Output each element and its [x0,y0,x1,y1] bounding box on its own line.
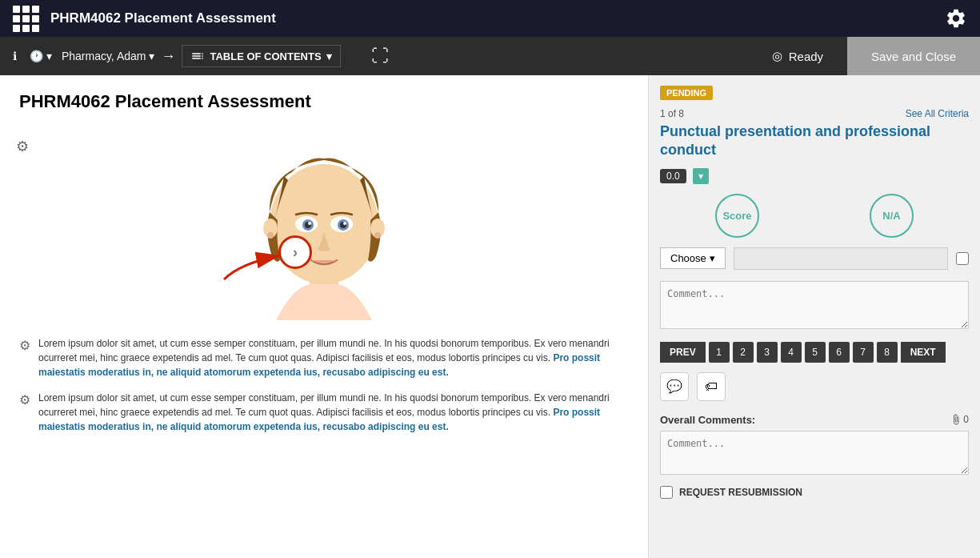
comment-icon-button[interactable]: 💬 [660,372,689,401]
ready-label: Ready [789,50,823,63]
resubmission-checkbox[interactable] [660,486,673,499]
user-selector[interactable]: Pharmacy, Adam ▾ [62,50,155,62]
top-bar: PHRM4062 Placement Assessment [0,0,980,37]
page-num-5[interactable]: 5 [805,342,826,363]
main-content: PHRM4062 Placement Assessment ⚙ [0,75,980,558]
lorem-text-2: Lorem ipsum dolor sit amet, ut cum esse … [38,391,629,434]
settings-icon[interactable] [945,7,967,30]
content-gear-icon[interactable]: ⚙ [16,138,29,155]
svg-point-13 [343,222,346,225]
prev-button[interactable]: PREV [660,342,706,363]
app-title: PHRM4062 Placement Assessment [50,10,945,26]
avatar [244,128,404,320]
lorem-section: ⚙ Lorem ipsum dolor sit amet, ut cum ess… [19,336,629,434]
choose-checkbox[interactable] [956,252,969,265]
avatar-container [19,128,629,320]
svg-point-4 [267,232,274,239]
pagination-row: PREV 1 2 3 4 5 6 7 8 NEXT [660,342,969,363]
expand-icon[interactable]: ⛶ [371,46,389,66]
bookmark-icon-button[interactable]: 🏷 [697,372,726,401]
app-grid-icon[interactable] [13,6,39,32]
score-row: 0.0 ▾ [660,168,969,184]
resubmission-label: REQUEST RESUBMISSION [679,487,802,498]
na-circle: N/A [870,194,914,238]
score-value: 0.0 [660,169,686,183]
resubmission-row: REQUEST RESUBMISSION [660,486,969,499]
lorem-text-1: Lorem ipsum dolor sit amet, ut cum esse … [38,336,629,379]
action-icons-row: 💬 🏷 [660,372,969,401]
page-num-8[interactable]: 8 [877,342,898,363]
criteria-title: Punctual presentation and professional c… [660,122,969,160]
choose-row: Choose ▾ [660,247,969,270]
toc-icon [190,49,205,63]
page-num-3[interactable]: 3 [757,342,778,363]
see-all-criteria-link[interactable]: See All Criteria [906,108,969,119]
score-dropdown-button[interactable]: ▾ [693,168,709,184]
choose-button[interactable]: Choose ▾ [660,247,726,269]
score-circles: Score N/A [660,194,969,238]
save-close-button[interactable]: Save and Close [847,37,980,75]
toc-button[interactable]: TABLE OF CONTENTS ▾ [182,45,340,67]
page-num-6[interactable]: 6 [829,342,850,363]
overall-comments-header: Overall Comments: 0 [660,414,969,426]
lorem-row-2: ⚙ Lorem ipsum dolor sit amet, ut cum ess… [19,391,629,434]
page-title: PHRM4062 Placement Assessment [19,91,629,112]
lorem-gear-icon-2[interactable]: ⚙ [19,392,30,434]
toc-label: TABLE OF CONTENTS [210,50,321,62]
attachment-number: 0 [963,414,969,425]
score-circle: Score [715,194,759,238]
page-num-1[interactable]: 1 [709,342,730,363]
attachment-count: 0 [950,414,969,425]
right-panel: PENDING 1 of 8 See All Criteria Punctual… [648,75,980,558]
nav-forward-icon: → [161,48,175,65]
choose-label: Choose [670,252,706,264]
left-panel: PHRM4062 Placement Assessment ⚙ [0,75,648,558]
overall-comments-label: Overall Comments: [660,414,755,426]
choose-input[interactable] [734,247,948,270]
nav-bar: ℹ 🕐 ▾ Pharmacy, Adam ▾ → TABLE OF CONTEN… [0,37,980,75]
page-num-2[interactable]: 2 [733,342,754,363]
attachment-icon [950,414,962,425]
criteria-count: 1 of 8 [660,108,684,119]
svg-point-12 [308,222,311,225]
lorem-gear-icon-1[interactable]: ⚙ [19,338,30,379]
comment-textarea[interactable] [660,281,969,329]
clock-button[interactable]: 🕐 ▾ [26,46,55,66]
ready-icon: ◎ [772,49,782,63]
lorem-row-1: ⚙ Lorem ipsum dolor sit amet, ut cum ess… [19,336,629,379]
next-button[interactable]: NEXT [901,342,946,363]
user-name: Pharmacy, Adam [62,50,146,62]
criteria-header: 1 of 8 See All Criteria [660,108,969,119]
pending-badge: PENDING [660,86,713,100]
overall-comment-textarea[interactable] [660,431,969,475]
page-num-7[interactable]: 7 [853,342,874,363]
page-num-4[interactable]: 4 [781,342,802,363]
svg-point-5 [374,232,381,239]
info-button[interactable]: ℹ [10,46,20,66]
ready-indicator: ◎ Ready [748,49,847,63]
nav-left: ℹ 🕐 ▾ Pharmacy, Adam ▾ → TABLE OF CONTEN… [0,45,748,67]
